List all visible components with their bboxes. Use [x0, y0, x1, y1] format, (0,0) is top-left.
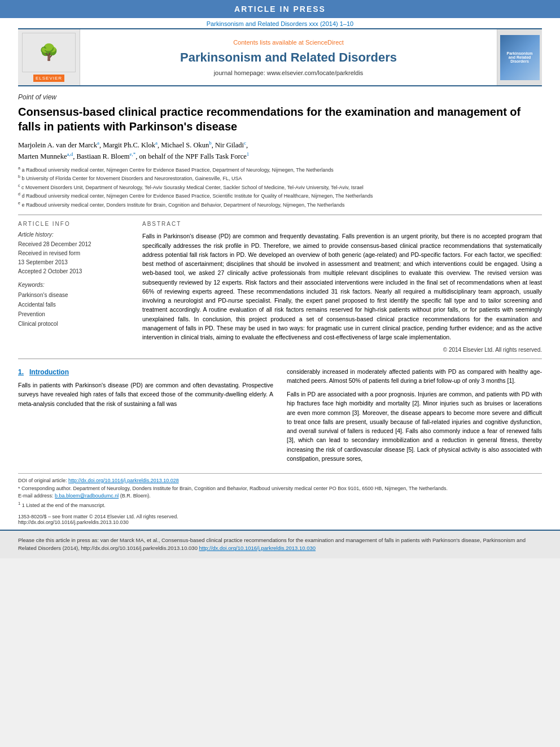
journal-left-image: 🌳 — [22, 33, 76, 72]
journal-title: Parkinsonism and Related Disorders — [180, 50, 397, 65]
journal-header: 🌳 ELSEVIER Contents lists available at S… — [18, 28, 542, 86]
article-in-press-banner: ARTICLE IN PRESS — [0, 0, 560, 18]
abstract-text: Falls in Parkinson's disease (PD) are co… — [142, 231, 542, 342]
elsevier-tree-icon: 🌳 — [39, 45, 59, 60]
abstract-column: ABSTRACT Falls in Parkinson's disease (P… — [142, 221, 542, 352]
body-divider — [18, 359, 542, 359]
article-info-column: article info Article history: Received 2… — [18, 221, 131, 352]
journal-homepage: journal homepage: www.elsevier.com/locat… — [214, 69, 364, 76]
section-divider — [18, 215, 542, 215]
footer-doi-link[interactable]: http://dx.doi.org/10.1016/j.parkreldis.2… — [18, 519, 129, 525]
footnote1: 1 Listed at the end of the manuscript. — [22, 503, 106, 508]
info-abstract-columns: article info Article history: Received 2… — [18, 221, 542, 352]
doi-link[interactable]: http://dx.doi.org/10.1016/j.parkreldis.2… — [68, 478, 179, 483]
keywords-list: Parkinson's disease Accidental falls Pre… — [18, 290, 131, 329]
citation-doi-link[interactable]: http://dx.doi.org/10.1016/j.parkreldis.2… — [199, 545, 316, 551]
email-label: E-mail address: — [18, 493, 54, 499]
intro-paragraph-1: Falls in patients with Parkinson's disea… — [18, 381, 273, 408]
article-title: Consensus-based clinical practice recomm… — [18, 104, 542, 134]
elsevier-brand: ELSEVIER — [33, 75, 64, 82]
email-link[interactable]: b.ba.bloem@radboudumc.nl — [55, 493, 119, 499]
intro-title: Introduction — [29, 368, 69, 376]
journal-reference-line: Parkinsonism and Related Disorders xxx (… — [0, 18, 560, 28]
body-col-left: 1. Introduction Falls in patients with P… — [18, 367, 273, 468]
article-content: Point of view Consensus-based clinical p… — [0, 86, 560, 530]
article-dates: Received 28 December 2012 Received in re… — [18, 240, 131, 276]
intro-paragraph-3: Falls in PD are associated with a poor p… — [287, 390, 542, 463]
citation-footer: Please cite this article in press as: va… — [0, 530, 560, 558]
doi-label: DOI of original article: — [18, 478, 67, 483]
article-info-label: article info — [18, 221, 131, 227]
intro-number: 1. — [18, 368, 24, 376]
article-type: Point of view — [18, 93, 542, 101]
journal-logo-right: Parkinsonismand RelatedDisorders — [497, 29, 542, 85]
affiliations: a a Radboud university medical center, N… — [18, 165, 542, 209]
keywords-label: Keywords: — [18, 282, 131, 288]
intro-paragraph-2: considerably increased in moderately aff… — [287, 367, 542, 386]
issn-line: 1353-8020/$ – see front matter © 2014 El… — [18, 514, 542, 525]
sciencedirect-name[interactable]: ScienceDirect — [305, 39, 344, 46]
authors-line: Marjolein A. van der Marcka, Margit Ph.C… — [18, 139, 542, 162]
journal-logo-left: 🌳 ELSEVIER — [18, 29, 80, 85]
introduction-heading: 1. Introduction — [18, 367, 273, 378]
footnote-area: DOI of original article: http://dx.doi.o… — [18, 473, 542, 509]
copyright-line: © 2014 Elsevier Ltd. All rights reserved… — [142, 347, 542, 353]
journal-center: Contents lists available at ScienceDirec… — [80, 29, 497, 85]
email-attribution: (B.R. Bloem). — [120, 493, 151, 499]
body-col-right: considerably increased in moderately aff… — [287, 367, 542, 468]
sciencedirect-link: Contents lists available at ScienceDirec… — [233, 39, 344, 46]
article-history-label: Article history: — [18, 231, 131, 238]
journal-cover-image: Parkinsonismand RelatedDisorders — [500, 35, 540, 80]
abstract-label: ABSTRACT — [142, 221, 542, 227]
corresponding-author: * Corresponding author. Department of Ne… — [18, 486, 448, 491]
body-columns: 1. Introduction Falls in patients with P… — [18, 367, 542, 468]
